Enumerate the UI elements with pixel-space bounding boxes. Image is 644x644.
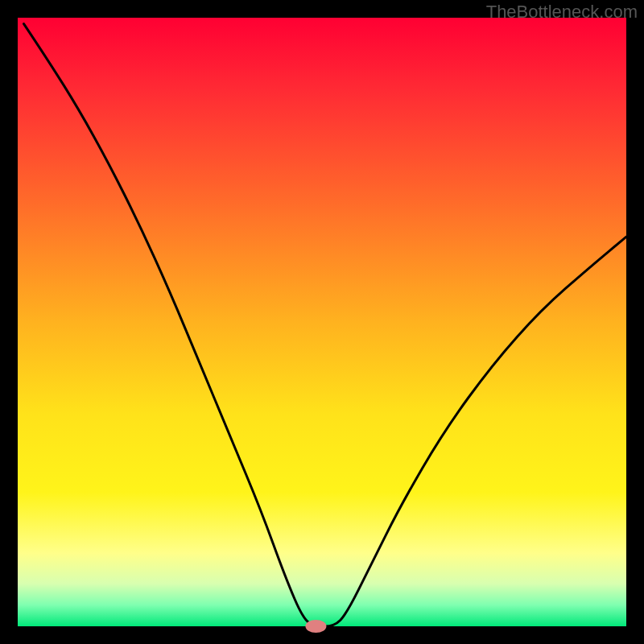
bottleneck-chart bbox=[0, 0, 644, 644]
optimal-marker bbox=[305, 620, 326, 633]
svg-rect-0 bbox=[18, 18, 626, 626]
chart-container: { "watermark": "TheBottleneck.com", "cha… bbox=[0, 0, 644, 644]
watermark-text: TheBottleneck.com bbox=[486, 2, 638, 23]
